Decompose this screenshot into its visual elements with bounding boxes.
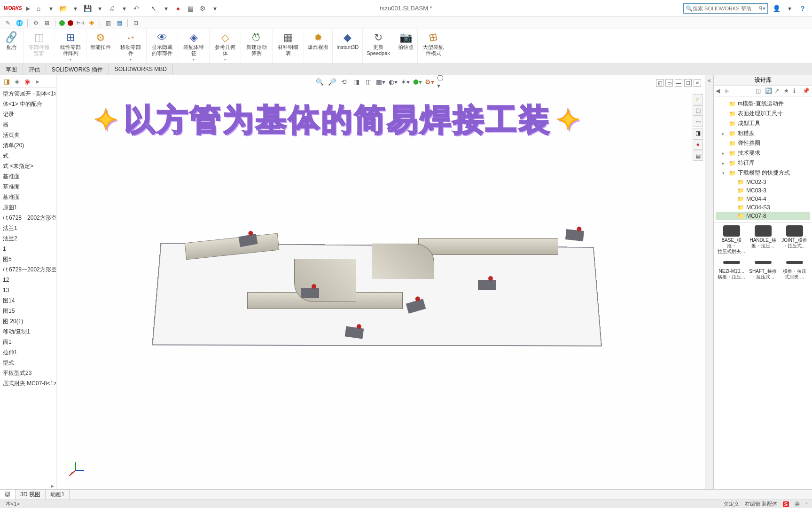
property-icon[interactable]: ◉: [23, 78, 31, 85]
screen-icon[interactable]: 🖵▾: [437, 77, 446, 87]
design-lib-thumbnail[interactable]: 横推・拉压式肘夹 ...: [780, 256, 809, 280]
feature-tree-item[interactable]: 图5: [1, 254, 55, 264]
feature-tree-item[interactable]: 压式肘夹 MC07-8<1>: [1, 378, 55, 389]
design-library-tree[interactable]: 📁m模型-直线运动件📁表面处理加工尺寸📁成型工具▸📁粗糙度📁弹性挡圈▸📁技术要求…: [714, 97, 812, 222]
view-settings-icon[interactable]: ⚙▾: [425, 77, 434, 87]
new-icon[interactable]: ▾: [46, 4, 55, 13]
feature-tree-item[interactable]: / t 6728—2002方形空心: [1, 213, 55, 223]
ribbon-mate[interactable]: 🔗配合: [0, 29, 23, 64]
section-view-icon[interactable]: ◨: [351, 77, 361, 87]
feature-tree-item[interactable]: / t 6728—2002方形空心: [1, 264, 55, 275]
feature-tree-item[interactable]: 式 <未指定>: [1, 161, 55, 171]
view-orient-icon[interactable]: ◫: [364, 77, 373, 87]
feature-tree-item[interactable]: 法兰2: [1, 233, 55, 244]
config-icon[interactable]: ◈: [13, 78, 21, 85]
print-icon[interactable]: 🖨: [107, 4, 117, 13]
feature-tree-item[interactable]: 基准面: [1, 171, 55, 182]
rebuild-icon[interactable]: ●: [173, 4, 183, 13]
feature-tree-item[interactable]: 器: [1, 119, 55, 130]
tool-icon[interactable]: ★: [784, 87, 791, 95]
help-search-input[interactable]: [693, 6, 759, 11]
feature-tree-item[interactable]: 图15: [1, 306, 55, 316]
feature-tree-item[interactable]: 型式: [1, 357, 55, 368]
design-lib-folder[interactable]: 📁弹性挡圈: [716, 138, 810, 148]
feature-tree-item[interactable]: 基准面: [1, 182, 55, 192]
design-lib-thumbnail[interactable]: HANDLE_横推・拉压...: [748, 225, 778, 254]
design-lib-folder[interactable]: ▾📁下载模型 的快捷方式: [716, 168, 810, 178]
dropdown-icon[interactable]: ▾: [210, 4, 219, 13]
tool-icon[interactable]: ◫: [756, 87, 763, 95]
feature-tree-item[interactable]: 体<1> 中的配合: [1, 99, 55, 109]
task-pane-collapse[interactable]: «: [705, 75, 713, 489]
design-lib-folder[interactable]: 📁m模型-直线运动件: [716, 99, 810, 109]
feature-tree-item[interactable]: 12: [1, 275, 55, 285]
ribbon-instant3d[interactable]: ◆Instant3D: [333, 29, 363, 64]
home-tab-icon[interactable]: ⌂: [693, 94, 703, 104]
hide-show-icon[interactable]: ◐▾: [388, 77, 398, 87]
view-palette-tab-icon[interactable]: ◨: [693, 128, 703, 138]
tool-icon[interactable]: ⊞: [43, 19, 51, 27]
graphics-viewport[interactable]: 🔍 🔎 ⟲ ◨ ◫ ▦▾ ◐▾ ✶▾ ⬢▾ ⚙▾ 🖵▾ ◱ ▭ — ❐ ✕ ⌂ …: [56, 75, 705, 489]
tool-icon[interactable]: ⊡: [132, 19, 140, 27]
ribbon-speedpak[interactable]: ↻更新Speedpak: [363, 29, 394, 64]
search-dropdown-icon[interactable]: ᑫ▾: [759, 5, 765, 12]
tool-icon[interactable]: ↗: [774, 87, 782, 95]
dropdown-icon[interactable]: ▾: [95, 4, 104, 13]
tool-icon[interactable]: ▥: [104, 19, 112, 27]
user-icon[interactable]: 👤: [772, 4, 781, 13]
vp-restore-icon[interactable]: ❐: [684, 79, 692, 87]
feature-tree-item[interactable]: 13: [1, 285, 55, 295]
apply-scene-icon[interactable]: ⬢▾: [413, 77, 422, 87]
vp-max-icon[interactable]: ▭: [665, 79, 673, 87]
logo-play-icon[interactable]: ▶: [26, 5, 30, 12]
feature-tree-item[interactable]: 记录: [1, 109, 55, 119]
gear-icon[interactable]: ⚙: [31, 19, 40, 27]
design-lib-tab-icon[interactable]: ◫: [693, 105, 703, 116]
dim-icon[interactable]: ⊢⊣: [76, 19, 85, 27]
vp-min-icon[interactable]: —: [675, 79, 682, 87]
tab-addins[interactable]: SOLIDWORKS 插件: [46, 64, 109, 75]
ribbon-move-component[interactable]: ↔移动零部件▾: [115, 29, 147, 64]
ribbon-pattern[interactable]: ⊞线性零部件阵列▾: [55, 29, 86, 64]
tool-icon[interactable]: ✎: [4, 19, 12, 27]
help-icon[interactable]: ?: [798, 4, 807, 13]
design-lib-thumbnail[interactable]: NEZI-M10...横推・拉压...: [717, 256, 746, 280]
red-dot-icon[interactable]: [68, 20, 73, 26]
appearances-tab-icon[interactable]: ●: [693, 139, 703, 150]
settings-icon[interactable]: ⚙: [198, 4, 207, 13]
view-tab-3dviews[interactable]: 3D 视图: [16, 490, 46, 500]
ime-lang[interactable]: 英: [795, 500, 800, 508]
ribbon-bom[interactable]: ▦材料明细表: [273, 29, 304, 64]
globe-icon[interactable]: 🌐: [15, 19, 23, 27]
save-icon[interactable]: 💾: [83, 4, 92, 13]
feature-tree-item[interactable]: 原图1: [1, 202, 55, 213]
tool-icon[interactable]: 🔄: [765, 87, 773, 95]
feature-tree[interactable]: 型方管展开 - 副本<1>体<1> 中的配合记录器活页夹清单(20)式式 <未指…: [0, 87, 56, 483]
feature-tree-item[interactable]: 清单(20): [1, 140, 55, 151]
feature-tree-item[interactable]: 平板型式23: [1, 368, 55, 378]
feature-tree-item[interactable]: 图 20(1): [1, 316, 55, 326]
design-lib-thumbnail[interactable]: BASE_横推・拉压式肘夹...: [717, 225, 746, 254]
feature-tree-item[interactable]: 型方管展开 - 副本<1>: [1, 88, 55, 99]
tool-icon[interactable]: ℹ: [793, 87, 801, 95]
design-lib-thumbnail[interactable]: JOINT_横推・拉压式...: [780, 225, 809, 254]
ime-badge[interactable]: S: [783, 501, 789, 507]
feature-tree-item[interactable]: 基准面: [1, 192, 55, 202]
ribbon-show-hidden[interactable]: 👁显示隐藏的零部件: [147, 29, 178, 64]
design-lib-folder[interactable]: 📁MC03-3: [716, 186, 810, 195]
design-lib-folder[interactable]: ▸📁技术要求: [716, 148, 810, 158]
feature-tree-item[interactable]: 1: [1, 244, 55, 254]
ribbon-assembly-features[interactable]: ◈装配体特征▾: [178, 29, 210, 64]
feature-tree-item[interactable]: 活页夹: [1, 130, 55, 140]
orientation-triad[interactable]: z: [70, 456, 89, 475]
feature-tree-item[interactable]: 面1: [1, 337, 55, 347]
ime-more-icon[interactable]: ⁺: [805, 501, 808, 507]
feature-tree-item[interactable]: 法兰1: [1, 223, 55, 233]
ribbon-large-assembly[interactable]: ⊞大型装配件模式: [418, 29, 449, 64]
design-lib-folder[interactable]: 📁MC04-4: [716, 195, 810, 203]
ribbon-reference-geometry[interactable]: ◇参考几何体▾: [210, 29, 241, 64]
vp-close-icon[interactable]: ✕: [694, 79, 701, 87]
pin-icon[interactable]: 📌: [803, 87, 810, 95]
tab-mbd[interactable]: SOLIDWORKS MBD: [109, 64, 173, 75]
design-lib-folder[interactable]: 📁成型工具: [716, 119, 810, 128]
